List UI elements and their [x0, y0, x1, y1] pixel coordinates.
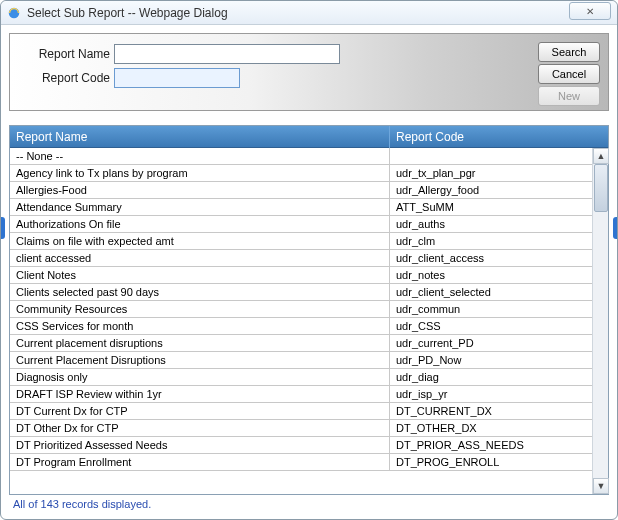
table-row[interactable]: DT Prioritized Assessed NeedsDT_PRIOR_AS…	[10, 437, 592, 454]
new-button: New	[538, 86, 600, 106]
table-row[interactable]: Agency link to Tx plans by programudr_tx…	[10, 165, 592, 182]
results-table: Report Name Report Code -- None --Agency…	[9, 125, 609, 495]
cell-report-name: Claims on file with expected amt	[10, 233, 390, 249]
cell-report-name: DT Program Enrollment	[10, 454, 390, 470]
table-row[interactable]: Current Placement Disruptionsudr_PD_Now	[10, 352, 592, 369]
cell-report-name: Current placement disruptions	[10, 335, 390, 351]
ie-icon	[7, 6, 21, 20]
cell-report-code: DT_OTHER_DX	[390, 420, 592, 436]
table-row[interactable]: Authorizations On fileudr_auths	[10, 216, 592, 233]
cell-report-code: udr_PD_Now	[390, 352, 592, 368]
table-row[interactable]: Attendance SummaryATT_SuMM	[10, 199, 592, 216]
table-row[interactable]: DT Current Dx for CTPDT_CURRENT_DX	[10, 403, 592, 420]
vertical-scrollbar[interactable]: ▲ ▼	[592, 148, 608, 494]
cell-report-name: Authorizations On file	[10, 216, 390, 232]
search-button[interactable]: Search	[538, 42, 600, 62]
label-report-name: Report Name	[18, 47, 114, 61]
cell-report-code: udr_current_PD	[390, 335, 592, 351]
cell-report-code: udr_isp_yr	[390, 386, 592, 402]
cell-report-name: Community Resources	[10, 301, 390, 317]
table-row[interactable]: client accessedudr_client_access	[10, 250, 592, 267]
cell-report-code: udr_clm	[390, 233, 592, 249]
cell-report-name: Clients selected past 90 days	[10, 284, 390, 300]
cell-report-code	[390, 148, 592, 164]
table-row[interactable]: Allergies-Foodudr_Allergy_food	[10, 182, 592, 199]
column-header-code[interactable]: Report Code	[390, 126, 592, 148]
content-area: Report Name Report Code Search Cancel Ne…	[1, 25, 617, 519]
cell-report-name: DT Prioritized Assessed Needs	[10, 437, 390, 453]
scroll-up-arrow-icon[interactable]: ▲	[593, 148, 609, 164]
cancel-button[interactable]: Cancel	[538, 64, 600, 84]
cell-report-name: DT Current Dx for CTP	[10, 403, 390, 419]
table-row[interactable]: DT Program EnrollmentDT_PROG_ENROLL	[10, 454, 592, 471]
field-row-code: Report Code	[18, 68, 240, 88]
cell-report-code: udr_auths	[390, 216, 592, 232]
table-row[interactable]: Community Resourcesudr_commun	[10, 301, 592, 318]
scroll-down-arrow-icon[interactable]: ▼	[593, 478, 609, 494]
column-header-name[interactable]: Report Name	[10, 126, 390, 148]
cell-report-name: Diagnosis only	[10, 369, 390, 385]
cell-report-name: Allergies-Food	[10, 182, 390, 198]
cell-report-code: udr_notes	[390, 267, 592, 283]
report-name-input[interactable]	[114, 44, 340, 64]
report-code-input[interactable]	[114, 68, 240, 88]
cell-report-name: client accessed	[10, 250, 390, 266]
table-row[interactable]: -- None --	[10, 148, 592, 165]
cell-report-code: udr_diag	[390, 369, 592, 385]
svg-point-0	[9, 7, 20, 18]
cell-report-code: udr_client_selected	[390, 284, 592, 300]
cell-report-code: udr_Allergy_food	[390, 182, 592, 198]
table-header: Report Name Report Code	[10, 126, 608, 148]
cell-report-name: DRAFT ISP Review within 1yr	[10, 386, 390, 402]
table-row[interactable]: Clients selected past 90 daysudr_client_…	[10, 284, 592, 301]
scroll-thumb[interactable]	[594, 164, 608, 212]
table-body-wrap: -- None --Agency link to Tx plans by pro…	[10, 148, 608, 494]
status-bar: All of 143 records displayed.	[9, 495, 609, 515]
cell-report-name: Client Notes	[10, 267, 390, 283]
search-panel: Report Name Report Code Search Cancel Ne…	[9, 33, 609, 111]
cell-report-code: DT_PROG_ENROLL	[390, 454, 592, 470]
table-row[interactable]: Current placement disruptionsudr_current…	[10, 335, 592, 352]
cell-report-name: -- None --	[10, 148, 390, 164]
table-row[interactable]: Diagnosis onlyudr_diag	[10, 369, 592, 386]
cell-report-name: DT Other Dx for CTP	[10, 420, 390, 436]
cell-report-name: CSS Services for month	[10, 318, 390, 334]
button-column: Search Cancel New	[538, 42, 600, 106]
table-row[interactable]: Claims on file with expected amtudr_clm	[10, 233, 592, 250]
table-row[interactable]: DT Other Dx for CTPDT_OTHER_DX	[10, 420, 592, 437]
cell-report-code: DT_PRIOR_ASS_NEEDS	[390, 437, 592, 453]
cell-report-code: DT_CURRENT_DX	[390, 403, 592, 419]
cell-report-code: ATT_SuMM	[390, 199, 592, 215]
table-row[interactable]: CSS Services for monthudr_CSS	[10, 318, 592, 335]
cell-report-code: udr_CSS	[390, 318, 592, 334]
titlebar: Select Sub Report -- Webpage Dialog ✕	[1, 1, 617, 25]
cell-report-name: Attendance Summary	[10, 199, 390, 215]
table-body: -- None --Agency link to Tx plans by pro…	[10, 148, 592, 494]
cell-report-code: udr_tx_plan_pgr	[390, 165, 592, 181]
table-row[interactable]: Client Notesudr_notes	[10, 267, 592, 284]
cell-report-code: udr_commun	[390, 301, 592, 317]
cell-report-code: udr_client_access	[390, 250, 592, 266]
cell-report-name: Agency link to Tx plans by program	[10, 165, 390, 181]
field-row-name: Report Name	[18, 44, 340, 64]
table-row[interactable]: DRAFT ISP Review within 1yrudr_isp_yr	[10, 386, 592, 403]
close-button[interactable]: ✕	[569, 2, 611, 20]
dialog-window: Select Sub Report -- Webpage Dialog ✕ Re…	[0, 0, 618, 520]
cell-report-name: Current Placement Disruptions	[10, 352, 390, 368]
label-report-code: Report Code	[18, 71, 114, 85]
close-icon: ✕	[586, 6, 594, 17]
window-title: Select Sub Report -- Webpage Dialog	[27, 6, 228, 20]
